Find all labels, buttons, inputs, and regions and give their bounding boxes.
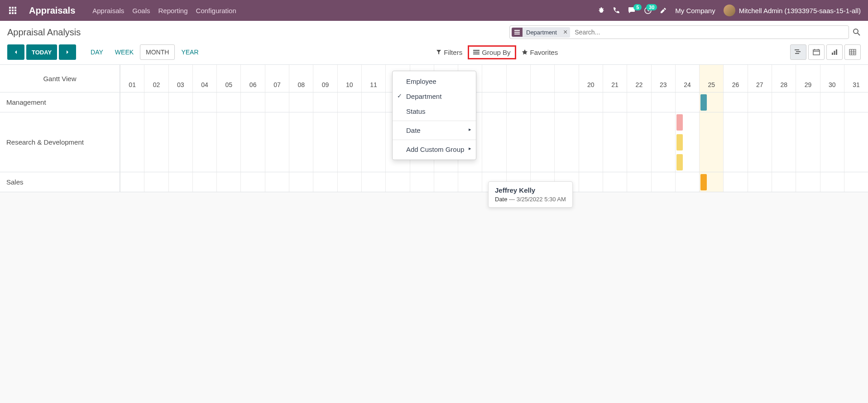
gantt-cell[interactable] [120, 112, 144, 172]
gantt-cell[interactable] [675, 92, 699, 112]
view-gantt-button[interactable] [790, 44, 806, 60]
gantt-cell[interactable] [820, 112, 844, 172]
gantt-cell[interactable] [506, 92, 530, 112]
gantt-bar[interactable] [700, 174, 707, 190]
gantt-cell[interactable] [772, 112, 796, 172]
next-period-button[interactable] [59, 44, 76, 60]
scale-day[interactable]: DAY [85, 44, 109, 60]
apps-menu-icon[interactable] [7, 5, 18, 16]
row-label[interactable]: Sales [0, 172, 120, 192]
gantt-cell[interactable] [289, 112, 313, 172]
gantt-cell[interactable] [748, 92, 772, 112]
view-graph-button[interactable] [826, 44, 843, 60]
gantt-cell[interactable] [168, 92, 192, 112]
view-pivot-button[interactable] [844, 44, 861, 60]
gantt-cell[interactable] [192, 172, 216, 192]
nav-configuration[interactable]: Configuration [196, 7, 236, 15]
today-button[interactable]: TODAY [26, 44, 57, 60]
nav-reporting[interactable]: Reporting [158, 7, 188, 15]
gantt-cell[interactable] [410, 172, 434, 192]
gantt-cell[interactable] [844, 172, 868, 192]
gantt-cell[interactable] [603, 92, 627, 112]
gantt-cell[interactable] [240, 172, 264, 192]
nav-appraisals[interactable]: Appraisals [92, 7, 124, 15]
gantt-cell[interactable] [627, 92, 651, 112]
gantt-bar[interactable] [700, 94, 707, 111]
gantt-cell[interactable] [554, 112, 578, 172]
gantt-cell[interactable] [337, 92, 361, 112]
phone-icon[interactable] [613, 7, 620, 14]
gantt-cell[interactable] [216, 112, 240, 172]
groupby-status[interactable]: Status [393, 104, 476, 119]
gantt-cell[interactable] [120, 172, 144, 192]
gantt-cell[interactable] [458, 172, 482, 192]
gantt-cell[interactable] [265, 172, 289, 192]
row-label[interactable]: Research & Development [0, 112, 120, 172]
gantt-cell[interactable] [651, 92, 675, 112]
gantt-cell[interactable] [530, 112, 554, 172]
gantt-cell[interactable] [796, 112, 820, 172]
gantt-cell[interactable] [434, 172, 458, 192]
groupby-date[interactable]: Date [393, 123, 476, 138]
gantt-cell[interactable] [603, 112, 627, 172]
gantt-cell[interactable] [796, 92, 820, 112]
gantt-cell[interactable] [506, 112, 530, 172]
gantt-cell[interactable] [675, 112, 699, 172]
gantt-cell[interactable] [120, 92, 144, 112]
gantt-cell[interactable] [651, 172, 675, 192]
gantt-cell[interactable] [216, 172, 240, 192]
gantt-cell[interactable] [289, 92, 313, 112]
nav-goals[interactable]: Goals [132, 7, 150, 15]
gantt-cell[interactable] [748, 172, 772, 192]
prev-period-button[interactable] [7, 44, 24, 60]
scale-week[interactable]: WEEK [110, 44, 139, 60]
activities-icon[interactable]: 30 [644, 7, 652, 14]
gantt-cell[interactable] [627, 172, 651, 192]
gantt-cell[interactable] [337, 172, 361, 192]
gantt-cell[interactable] [748, 112, 772, 172]
gantt-cell[interactable] [144, 112, 168, 172]
gantt-cell[interactable] [699, 92, 723, 112]
search-bar[interactable]: Department × [509, 25, 849, 39]
gantt-cell[interactable] [168, 172, 192, 192]
gantt-cell[interactable] [313, 112, 337, 172]
gantt-cell[interactable] [337, 112, 361, 172]
search-icon[interactable] [853, 28, 861, 36]
gantt-cell[interactable] [723, 172, 747, 192]
gantt-cell[interactable] [168, 112, 192, 172]
user-menu[interactable]: Mitchell Admin (13933975-saas-15-1-all) [724, 5, 861, 16]
gantt-cell[interactable] [603, 172, 627, 192]
gantt-cell[interactable] [265, 112, 289, 172]
gantt-cell[interactable] [699, 172, 723, 192]
gantt-cell[interactable] [579, 172, 603, 192]
gantt-cell[interactable] [313, 92, 337, 112]
gantt-cell[interactable] [361, 92, 385, 112]
filters-toggle[interactable]: Filters [431, 45, 468, 59]
gantt-cell[interactable] [240, 92, 264, 112]
groupby-toggle[interactable]: Group By [468, 45, 516, 59]
gantt-cell[interactable] [385, 172, 409, 192]
gantt-cell[interactable] [482, 112, 506, 172]
bug-icon[interactable] [597, 7, 604, 14]
row-label[interactable]: Management [0, 92, 120, 112]
gantt-cell[interactable] [579, 92, 603, 112]
groupby-department[interactable]: Department [393, 89, 476, 104]
gantt-cell[interactable] [723, 92, 747, 112]
gantt-cell[interactable] [796, 172, 820, 192]
brand-title[interactable]: Appraisals [29, 5, 75, 16]
company-selector[interactable]: My Company [675, 7, 715, 15]
gantt-cell[interactable] [144, 92, 168, 112]
gantt-cell[interactable] [820, 172, 844, 192]
gantt-cell[interactable] [361, 112, 385, 172]
gantt-cell[interactable] [820, 92, 844, 112]
gantt-cell[interactable] [844, 112, 868, 172]
favorites-toggle[interactable]: Favorites [516, 45, 564, 59]
gantt-cell[interactable] [313, 172, 337, 192]
gantt-cell[interactable] [530, 92, 554, 112]
gantt-cell[interactable] [361, 172, 385, 192]
search-input[interactable] [573, 27, 847, 38]
gantt-bar[interactable] [676, 154, 683, 170]
groupby-employee[interactable]: Employee [393, 74, 476, 89]
view-calendar-button[interactable] [808, 44, 825, 60]
gantt-cell[interactable] [192, 112, 216, 172]
